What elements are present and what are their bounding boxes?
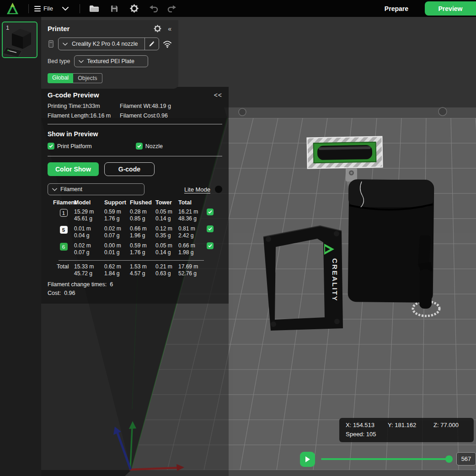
divider [48,124,222,124]
play-icon [305,456,310,463]
redo-icon[interactable] [166,3,178,15]
table-cell: 1.53 m4.57 g [130,263,155,277]
printer-collapse-button[interactable]: « [168,25,172,32]
plate-list-sidebar: 1 [0,17,41,476]
table-header-cell: Filament [53,199,74,206]
prime-tower[interactable] [307,137,382,169]
gcode-panel-overlay: G-code Preview << Printing Time:1h33m Fi… [41,87,229,476]
layer-slider-track[interactable] [321,458,453,460]
color-show-button[interactable]: Color Show [48,162,99,176]
plate-number: 1 [6,24,9,31]
table-cell: 0.02 m0.07 g [104,225,130,239]
file-menu-button[interactable]: File [34,5,53,13]
filament-table-body: 115.29 m45.61 g0.59 m1.76 g0.28 m0.85 g0… [48,209,222,256]
open-file-icon[interactable] [88,3,100,15]
bed-type-label: Bed type [48,58,70,64]
prepare-tab[interactable]: Prepare [385,5,408,12]
pouch-cylinder [419,269,432,309]
table-header-cell: Tower [155,199,178,206]
bed-screw-left [239,108,246,116]
hud-speed: Speed: 105 [346,431,467,438]
model-pouch[interactable] [348,179,439,316]
layer-slider-value[interactable]: 567 [456,452,476,465]
printer-select[interactable]: Creality K2 Pro 0.4 nozzle [58,37,159,50]
undo-icon[interactable] [148,3,160,15]
bed-rear-rail [224,107,476,118]
table-cell: 0.62 m1.84 g [104,263,130,277]
table-header-cell: Total [178,199,207,206]
table-cell: 16.21 m48.36 g [178,209,207,222]
bed-type-value: Textured PEI Plate [87,58,134,64]
top-toolbar: File [0,0,476,17]
creality-logo-icon[interactable] [5,2,19,16]
lite-mode-label[interactable]: Lite Mode [184,186,210,193]
preview-tab[interactable]: Preview [425,1,476,16]
hud-z: Z: 77.000 [433,422,459,428]
edit-printer-button[interactable] [144,38,159,50]
printer-settings-gear-icon[interactable] [154,25,161,32]
table-divider [59,260,204,261]
filament-visible-checkbox[interactable] [207,242,214,249]
gcode-preview-panel: G-code Preview << Printing Time:1h33m Fi… [41,87,229,304]
printing-time: Printing Time:1h33m [48,103,120,109]
filament-badge[interactable]: 6 [60,243,68,251]
table-cell: 0.81 m2.42 g [178,225,207,239]
table-cell: 0.28 m0.85 g [130,209,155,222]
table-cell: 0.66 m1.96 g [130,225,155,239]
filament-length: Filament Length:16.16 m [48,112,120,119]
table-cell: 0.02 m0.07 g [74,242,104,256]
print-platform-option: Print Platform [48,143,92,150]
filament-dropdown-value: Filament [60,186,82,193]
filament-badge[interactable]: 1 [60,209,68,217]
filament-table-row: 60.02 m0.07 g0.00 m0.01 g0.59 m1.76 g0.0… [48,242,222,256]
table-cell: 17.69 m52.76 g [178,263,207,277]
table-cell: 0.05 m0.14 g [155,209,178,222]
menu-icon [34,5,41,13]
lite-mode-toggle[interactable] [215,186,222,193]
filament-table-total-row: Total15.33 m45.72 g0.62 m1.84 g1.53 m4.5… [48,263,222,277]
show-in-preview-title: Show in Preview [48,130,222,138]
nozzle-checkbox[interactable] [136,143,143,150]
table-header-cell: Flushed [130,199,155,206]
toolbar-divider [80,4,80,13]
cost-line: Cost: 0.96 [48,290,222,296]
chevron-down-icon[interactable] [59,3,71,15]
filament-weight: Filament Wt:48.19 g [120,103,222,109]
settings-gear-icon[interactable] [128,3,140,15]
nozzle-option: Nozzle [136,143,163,150]
filament-visible-checkbox[interactable] [207,225,214,232]
gcode-collapse-button[interactable]: << [214,91,222,99]
divider [48,156,222,156]
table-cell: 15.33 m45.72 g [74,263,104,277]
filament-change-times: Filament change times: 6 [48,281,222,288]
layer-slider-handle[interactable] [445,455,453,463]
hud-x: X: 154.513 [346,422,388,428]
plate-thumbnail[interactable]: 1 [2,21,37,58]
filament-dropdown[interactable]: Filament [48,183,144,195]
table-cell: 0.01 m0.04 g [74,225,104,239]
save-icon[interactable] [108,3,120,15]
bed-screw-right [439,107,447,116]
table-cell: 0.12 m0.35 g [155,225,178,239]
printer-panel: Printer « Creality K2 Pro 0.4 noz [41,20,178,89]
pencil-icon [149,41,155,47]
play-button[interactable] [300,452,315,467]
table-cell: 0.00 m0.01 g [104,242,130,256]
tab-objects[interactable]: Objects [73,73,102,83]
printer-select-value: Creality K2 Pro 0.4 nozzle [72,41,138,47]
filament-table-row: 115.29 m45.61 g0.59 m1.76 g0.28 m0.85 g0… [48,209,222,222]
filament-table-row: 50.01 m0.04 g0.02 m0.07 g0.66 m1.96 g0.1… [48,225,222,239]
filament-cost: Filament Cost:0.96 [120,112,222,119]
table-cell: 0.66 m1.98 g [178,242,207,256]
print-platform-checkbox[interactable] [48,143,54,150]
table-cell: 15.29 m45.61 g [74,209,104,222]
wifi-icon[interactable] [163,40,172,48]
filament-badge[interactable]: 5 [60,226,68,234]
filament-visible-checkbox[interactable] [207,209,214,215]
total-label: Total [53,263,74,270]
table-cell: 0.59 m1.76 g [104,209,130,222]
bed-type-select[interactable]: Textured PEI Plate [74,55,148,67]
chevron-down-icon [63,43,68,46]
tab-global[interactable]: Global [48,73,73,83]
gcode-view-button[interactable]: G-code [104,162,155,176]
